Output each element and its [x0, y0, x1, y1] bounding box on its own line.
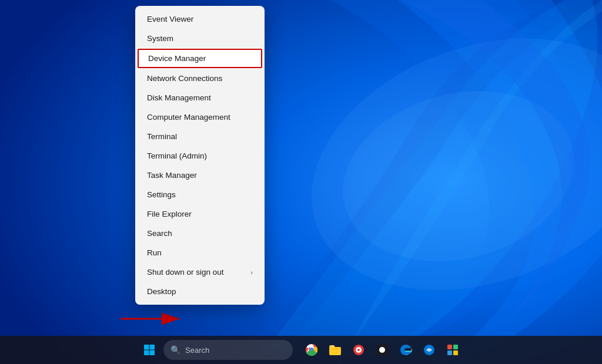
taskbar-app6-icon[interactable]	[419, 339, 440, 360]
context-menu: Event ViewerSystemDevice ManagerNetwork …	[135, 6, 265, 305]
submenu-arrow-icon: ›	[250, 269, 253, 276]
menu-item-label-desktop: Desktop	[147, 287, 176, 296]
taskbar-app4-icon[interactable]	[372, 339, 393, 360]
menu-item-label-device-manager: Device Manager	[148, 54, 206, 63]
menu-item-computer-management[interactable]: Computer Management	[135, 107, 265, 127]
search-label: Search	[185, 346, 209, 355]
desktop	[0, 0, 602, 364]
menu-item-file-explorer[interactable]: File Explorer	[135, 204, 265, 224]
taskbar: 🔍 Search	[0, 336, 602, 364]
menu-item-search[interactable]: Search	[135, 224, 265, 243]
menu-item-label-event-viewer: Event Viewer	[147, 15, 193, 23]
menu-item-task-manager[interactable]: Task Manager	[135, 166, 265, 185]
svg-rect-19	[447, 345, 452, 349]
menu-item-label-shut-down: Shut down or sign out	[147, 268, 224, 277]
menu-item-device-manager[interactable]: Device Manager	[138, 49, 262, 68]
svg-rect-8	[150, 350, 155, 356]
menu-item-terminal[interactable]: Terminal	[135, 127, 265, 146]
menu-item-label-system: System	[147, 34, 173, 43]
svg-point-15	[357, 349, 360, 351]
menu-item-label-file-explorer: File Explorer	[147, 210, 192, 218]
svg-rect-12	[329, 347, 335, 349]
taskbar-app3-icon[interactable]	[348, 339, 369, 360]
menu-item-label-terminal: Terminal	[147, 132, 177, 141]
menu-item-label-task-manager: Task Manager	[147, 171, 197, 180]
menu-item-shut-down[interactable]: Shut down or sign out›	[135, 262, 265, 282]
menu-item-desktop[interactable]: Desktop	[135, 282, 265, 301]
taskbar-chrome-icon[interactable]	[301, 339, 322, 360]
menu-item-system[interactable]: System	[135, 29, 265, 48]
svg-rect-21	[447, 350, 452, 355]
svg-rect-22	[453, 350, 458, 355]
start-button[interactable]	[139, 339, 160, 360]
svg-rect-5	[144, 345, 149, 350]
menu-item-label-search: Search	[147, 229, 172, 238]
svg-rect-7	[144, 350, 149, 356]
search-icon: 🔍	[170, 345, 180, 355]
menu-item-label-run: Run	[147, 248, 162, 257]
taskbar-edge-icon[interactable]	[395, 339, 416, 360]
menu-item-label-computer-management: Computer Management	[147, 113, 230, 122]
menu-item-label-disk-management: Disk Management	[147, 93, 211, 102]
menu-item-settings[interactable]: Settings	[135, 185, 265, 204]
svg-rect-6	[150, 345, 155, 350]
menu-item-label-network-connections: Network Connections	[147, 74, 222, 83]
taskbar-icons	[301, 339, 463, 360]
menu-item-terminal-admin[interactable]: Terminal (Admin)	[135, 146, 265, 166]
menu-item-run[interactable]: Run	[135, 243, 265, 262]
svg-rect-20	[453, 345, 458, 349]
taskbar-app7-icon[interactable]	[442, 339, 463, 360]
menu-item-event-viewer[interactable]: Event Viewer	[135, 9, 265, 29]
arrow-annotation	[118, 310, 188, 330]
menu-item-network-connections[interactable]: Network Connections	[135, 69, 265, 88]
menu-item-disk-management[interactable]: Disk Management	[135, 88, 265, 107]
svg-point-17	[379, 347, 385, 353]
taskbar-explorer-icon[interactable]	[325, 339, 346, 360]
wallpaper	[0, 0, 602, 364]
menu-item-label-settings: Settings	[147, 190, 176, 199]
taskbar-search[interactable]: 🔍 Search	[163, 340, 293, 360]
menu-item-label-terminal-admin: Terminal (Admin)	[147, 151, 207, 160]
